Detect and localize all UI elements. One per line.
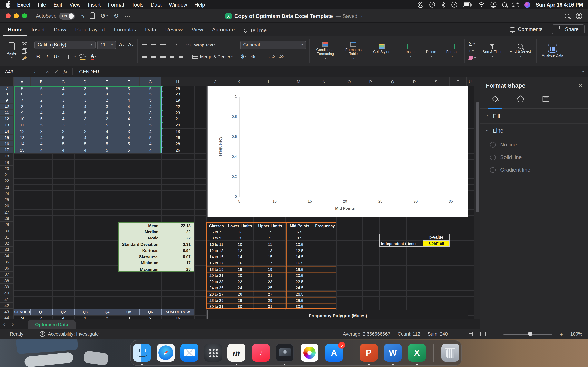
cell-D14[interactable]: 2 <box>74 128 96 134</box>
row-header-34[interactable]: 34 <box>0 253 14 259</box>
row-header-36[interactable]: 36 <box>0 265 14 272</box>
cell-B13[interactable]: 5 <box>31 122 52 128</box>
home-icon[interactable]: ⌂ <box>80 12 84 19</box>
dock-powerpoint-icon[interactable]: P <box>360 344 378 362</box>
cell-E12[interactable]: 2 <box>96 116 118 122</box>
cell-D8[interactable]: 4 <box>74 91 96 97</box>
cell-E10[interactable]: 3 <box>96 103 118 110</box>
row-header-21[interactable]: 21 <box>0 172 14 178</box>
column-header-H[interactable]: H <box>161 77 194 86</box>
row-header-44[interactable]: 44 <box>0 315 14 319</box>
row-header-16[interactable]: 16 <box>0 141 14 147</box>
cell-E43[interactable]: Q4 <box>96 309 118 315</box>
cell-F7[interactable]: 3 <box>118 86 140 91</box>
freq-cell[interactable]: 29 <box>254 297 286 304</box>
italic-button[interactable]: I <box>43 53 51 61</box>
grow-font-button[interactable]: A▴ <box>118 41 125 49</box>
panel-tab-fill-line[interactable] <box>488 93 503 108</box>
row-header-17[interactable]: 17 <box>0 147 14 153</box>
ttest-value[interactable]: 3.29E-05 <box>423 240 450 247</box>
cell-D9[interactable]: 3 <box>74 97 96 104</box>
screen-mirroring-icon[interactable] <box>451 2 457 8</box>
freq-cell[interactable]: 24.5 <box>286 285 313 291</box>
row-header-38[interactable]: 38 <box>0 278 14 284</box>
ribbon-tab-view[interactable]: View <box>187 24 208 36</box>
line-section-header[interactable]: ›Line <box>480 124 588 138</box>
column-header-M[interactable]: M <box>285 77 312 86</box>
chart-frequency-polygon-males[interactable]: Frequency Polygon (Males) <box>208 309 468 319</box>
row-header-27[interactable]: 27 <box>0 209 14 216</box>
freq-cell[interactable]: 8.5 <box>286 235 313 241</box>
row-header-22[interactable]: 22 <box>0 178 14 184</box>
cell-H7[interactable]: 25 <box>161 86 194 91</box>
font-name-select[interactable]: Calibri (Body)▾ <box>35 41 96 49</box>
freq-cell[interactable]: 28.5 <box>286 297 313 304</box>
cell-D44[interactable]: 1 <box>74 315 96 319</box>
cell-H44[interactable]: 16 <box>161 315 194 319</box>
cell-G44[interactable]: 2 <box>140 315 161 319</box>
column-header-Q[interactable]: Q <box>379 77 406 86</box>
cell-A11[interactable]: 9 <box>14 110 31 116</box>
row-header-25[interactable]: 25 <box>0 197 14 203</box>
stat-value[interactable]: 28 <box>161 266 193 272</box>
sheet-tab-optimism-data[interactable]: Optimism Data <box>28 320 76 329</box>
cell-C44[interactable]: 4 <box>52 315 74 319</box>
font-color-button[interactable]: A▾ <box>89 53 98 61</box>
print-icon[interactable] <box>90 13 95 19</box>
font-size-select[interactable]: 11▾ <box>97 41 116 49</box>
cell-H14[interactable]: 18 <box>161 128 194 134</box>
freq-cell[interactable]: 20 <box>226 272 254 279</box>
share-user-icon[interactable] <box>576 13 582 19</box>
account-icon[interactable] <box>490 2 497 8</box>
autosum-button[interactable]: Σ▾ <box>467 41 477 47</box>
cell-A17[interactable]: 15 <box>14 147 31 153</box>
cell-C17[interactable]: 4 <box>52 147 74 153</box>
cell-E16[interactable]: 5 <box>96 141 118 147</box>
column-header-O[interactable]: O <box>337 77 362 86</box>
menu-item-view[interactable]: View <box>66 2 84 8</box>
align-center-button[interactable] <box>150 53 158 61</box>
autosave-toggle[interactable]: ON <box>59 12 75 19</box>
time-machine-icon[interactable] <box>429 2 435 8</box>
freq-cell[interactable] <box>313 241 337 248</box>
menu-item-insert[interactable]: Insert <box>84 2 104 8</box>
cell-C12[interactable]: 4 <box>52 116 74 122</box>
freq-cell[interactable]: 21 <box>254 272 286 279</box>
fill-button[interactable]: ↓▾ <box>467 48 477 54</box>
delete-cells-button[interactable]: Delete▾ <box>422 43 440 59</box>
share-button[interactable]: Share <box>552 25 585 34</box>
cell-G17[interactable]: 4 <box>140 147 161 153</box>
freq-cell[interactable]: 14 to 15 <box>207 254 226 260</box>
panel-tab-size-properties[interactable] <box>538 93 554 108</box>
sheet-nav-left[interactable]: ‹ <box>0 320 9 327</box>
dock-launchpad-icon[interactable] <box>204 344 222 362</box>
freq-cell[interactable]: 16 <box>226 260 254 266</box>
freq-cell[interactable]: 14 <box>226 254 254 260</box>
formula-bar-expand-button[interactable]: ▾ <box>582 70 584 73</box>
cell-H13[interactable]: 24 <box>161 122 194 128</box>
cell-D15[interactable]: 4 <box>74 134 96 141</box>
freq-cell[interactable]: 17 <box>254 260 286 266</box>
freq-cell[interactable]: 13 <box>254 247 286 254</box>
freq-cell[interactable]: 26 to 27 <box>207 291 226 297</box>
ribbon-tab-draw[interactable]: Draw <box>49 24 71 36</box>
cell-B15[interactable]: 4 <box>31 134 52 141</box>
row-header-12[interactable]: 12 <box>0 116 14 122</box>
bluetooth-icon[interactable] <box>441 2 445 8</box>
row-header-15[interactable]: 15 <box>0 134 14 141</box>
row-header-10[interactable]: 10 <box>0 103 14 110</box>
cell-A14[interactable]: 12 <box>14 128 31 134</box>
paste-button[interactable]: Paste ▾ <box>4 42 19 60</box>
shrink-font-button[interactable]: A▾ <box>127 41 134 49</box>
freq-cell[interactable] <box>313 303 337 310</box>
row-header-31[interactable]: 31 <box>0 234 14 240</box>
freq-cell[interactable]: 10.5 <box>286 241 313 248</box>
siri-icon[interactable] <box>524 2 530 8</box>
freq-cell[interactable]: 12.5 <box>286 247 313 254</box>
radio-icon[interactable] <box>490 154 496 160</box>
align-bottom-button[interactable] <box>159 41 167 49</box>
cell-C43[interactable]: Q2 <box>52 309 74 315</box>
cell-D17[interactable]: 4 <box>74 147 96 153</box>
cell-E14[interactable]: 4 <box>96 128 118 134</box>
chevron-down-icon[interactable]: ▾ <box>361 15 363 18</box>
